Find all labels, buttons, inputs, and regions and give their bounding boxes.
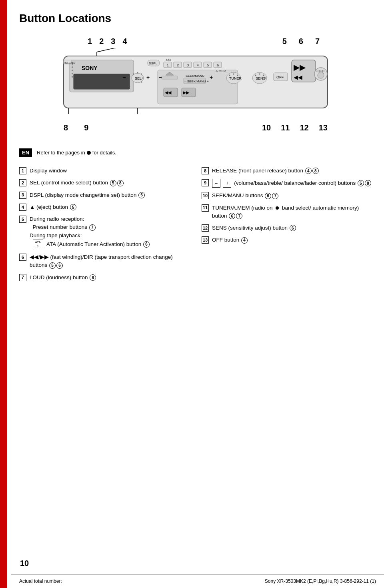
- svg-point-11: [133, 74, 134, 75]
- svg-rect-3: [74, 74, 130, 89]
- item-num-13: 13: [202, 236, 209, 244]
- svg-text:SENS: SENS: [256, 76, 266, 80]
- svg-line-68: [97, 48, 124, 52]
- svg-text:–: –: [123, 74, 126, 80]
- callout-3: 3: [111, 37, 115, 46]
- desc-item-11: 11 TUNER/A.MEM (radio on band select/ au…: [202, 204, 372, 220]
- callout-group-1: 1 2 3 4: [88, 37, 127, 46]
- svg-point-14: [142, 78, 144, 79]
- item-text-8: RELEASE (front panel release) button 48: [212, 167, 372, 175]
- svg-point-5: [72, 66, 73, 68]
- item-num-8: 8: [202, 167, 209, 174]
- circle-4a: 4: [305, 168, 312, 174]
- item-num-2: 2: [19, 179, 26, 186]
- circle-6b: 6: [56, 262, 63, 269]
- description-columns: 1 Display window 2 SEL (control mode sel…: [19, 167, 372, 286]
- callout-4: 4: [122, 37, 127, 46]
- item-text-13: OFF button 4: [212, 236, 372, 244]
- item-num-1: 1: [19, 167, 26, 174]
- footer-right: Sony XR-3503MK2 (E,Pl,Bg,Hu,R) 3-856-292…: [265, 578, 376, 584]
- item-text-11: TUNER/A.MEM (radio on band select/ autom…: [212, 204, 372, 220]
- item-text-2: SEL (control mode select) button 58: [30, 179, 190, 187]
- item-num-12: 12: [202, 224, 209, 232]
- refer-text: Refer to the pages in: [37, 150, 85, 156]
- svg-text:SONY: SONY: [82, 65, 98, 71]
- desc-item-6: 6 ◀◀/▶▶ (fast winding)/DIR (tape transpo…: [19, 253, 190, 270]
- svg-point-50: [259, 74, 260, 75]
- device-diagram: 1 2 3 4 5 6 7 SONY: [52, 37, 340, 132]
- svg-text:TUNER: TUNER: [229, 76, 242, 80]
- svg-text:5: 5: [207, 63, 209, 67]
- bottom-group-2: 10 11 12 13: [262, 123, 328, 132]
- item-text-1: Display window: [30, 167, 190, 175]
- svg-point-44: [229, 75, 230, 76]
- item-num-10: 10: [202, 192, 209, 199]
- circle-5e: 5: [358, 180, 364, 186]
- desc-item-9: 9 – + (volume/bass/treble/ balance/fader…: [202, 179, 372, 188]
- minus-box: –: [212, 179, 220, 188]
- desc-item-1: 1 Display window: [19, 167, 190, 175]
- svg-text:DSPL: DSPL: [149, 62, 157, 65]
- page-number: 10: [20, 559, 29, 568]
- callout-group-2: 5 6 7: [282, 37, 320, 46]
- svg-rect-33: [162, 76, 178, 79]
- item-text-4: ▲ (eject) button 5: [30, 203, 190, 211]
- circle-8b: 8: [90, 274, 96, 281]
- callout-5: 5: [282, 37, 287, 46]
- item-num-9: 9: [202, 179, 209, 186]
- svg-point-15: [141, 82, 142, 83]
- top-callout-numbers: 1 2 3 4 5 6 7: [52, 37, 340, 46]
- svg-text:4: 4: [197, 63, 199, 67]
- svg-text:6: 6: [217, 63, 219, 67]
- desc-item-3: 3 DSPL (display mode change/time set) bu…: [19, 191, 190, 199]
- callout-12: 12: [300, 123, 309, 132]
- circle-8c: 8: [312, 168, 319, 174]
- item-text-10: SEEK/MANU buttons 67: [212, 192, 372, 200]
- circle-6c: 6: [265, 193, 271, 199]
- callout-6: 6: [299, 37, 303, 46]
- callout-13: 13: [319, 123, 328, 132]
- svg-text:◀◀: ◀◀: [165, 90, 172, 95]
- svg-point-52: [265, 78, 266, 79]
- svg-text:SEL: SEL: [135, 76, 142, 80]
- footer: Actual total number: Sony XR-3503MK2 (E,…: [11, 574, 384, 588]
- bottom-group-1: 8 9: [64, 123, 88, 132]
- circle-7c: 7: [236, 213, 242, 219]
- bullet-icon: [87, 151, 91, 155]
- desc-item-8: 8 RELEASE (front panel release) button 4…: [202, 167, 372, 175]
- circle-5b: 5: [138, 192, 145, 198]
- item-num-6: 6: [19, 254, 26, 261]
- svg-text:1: 1: [167, 63, 169, 67]
- svg-text:+: +: [146, 74, 150, 80]
- circle-4b: 4: [241, 237, 248, 244]
- bottom-callout-numbers: 8 9 10 11 12 13: [52, 123, 340, 132]
- callout-8: 8: [64, 123, 68, 132]
- plus-box: +: [223, 179, 231, 188]
- callout-11: 11: [281, 123, 290, 132]
- svg-text:▶▶: ▶▶: [183, 90, 190, 95]
- svg-point-45: [233, 74, 234, 75]
- en-badge: EN: [19, 148, 32, 157]
- circle-6d: 6: [229, 213, 235, 219]
- red-bar: [0, 0, 7, 588]
- refer-line: EN Refer to the pages in for details.: [19, 148, 372, 157]
- svg-text:RELEASE: RELEASE: [64, 62, 75, 64]
- svg-text:+: +: [210, 74, 213, 80]
- svg-text:◀◀: ◀◀: [294, 74, 302, 80]
- ata-box: ATA1: [33, 240, 43, 249]
- svg-text:2: 2: [177, 63, 179, 67]
- desc-item-12: 12 SENS (sensitivity adjust) button 6: [202, 224, 372, 232]
- svg-text:A.MEM: A.MEM: [216, 69, 226, 73]
- circle-5c: 5: [70, 204, 76, 210]
- item-num-7: 7: [19, 274, 26, 281]
- desc-item-7: 7 LOUD (loudness) button 8: [19, 274, 190, 282]
- svg-text:▶▶: ▶▶: [294, 63, 306, 72]
- circle-8d: 8: [365, 180, 371, 186]
- svg-text:SEEK/MANU: SEEK/MANU: [186, 74, 204, 78]
- svg-text:OFF: OFF: [276, 75, 284, 79]
- item-num-5: 5: [19, 216, 26, 223]
- bullet-icon-2: [276, 206, 279, 210]
- item-num-11: 11: [202, 204, 209, 212]
- callout-2: 2: [99, 37, 104, 46]
- desc-item-10: 10 SEEK/MANU buttons 67: [202, 192, 372, 200]
